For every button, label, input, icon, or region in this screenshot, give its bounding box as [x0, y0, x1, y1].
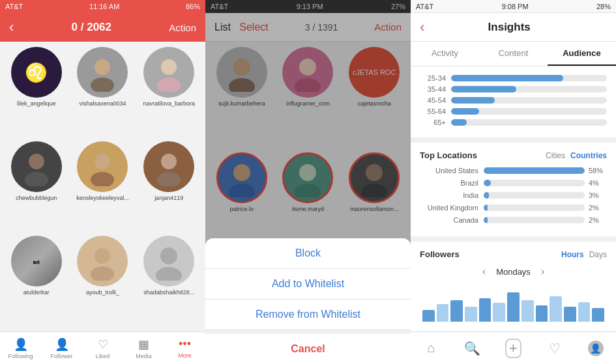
bar [479, 298, 491, 322]
age-row: 25-34 [420, 74, 607, 82]
panel-insights: AT&T 9:08 PM 28% ‹ Insights Activity Con… [411, 0, 616, 364]
avatar [77, 47, 128, 98]
list-item[interactable]: chewbubblegun [5, 141, 68, 232]
avatar-grid-1: ♌ lilek_angelique vishalsaxena0034 navra… [0, 42, 205, 331]
avatar: 📷 [11, 236, 62, 287]
bar [564, 307, 576, 322]
tab-audience[interactable]: Audience [548, 42, 616, 66]
panel1-header: ‹ 0 / 2062 Action [0, 13, 205, 42]
footer-follower[interactable]: 👤 Follower [41, 337, 82, 359]
footer-liked[interactable]: ♡ Liked [82, 337, 123, 359]
bar [578, 302, 591, 322]
tab-countries[interactable]: Countries [570, 151, 607, 160]
list-item[interactable]: shadabshaikh828... [138, 236, 200, 326]
location-bar-bg [484, 192, 585, 199]
username-label: ayoub_trolli_ [86, 289, 119, 296]
svg-point-6 [95, 154, 110, 169]
footer-home[interactable]: ⌂ [411, 341, 452, 356]
list-item[interactable]: ayoub_trolli_ [72, 236, 134, 326]
location-name: Canada [420, 216, 478, 224]
username-label: lilek_angelique [17, 100, 56, 107]
bar [437, 304, 449, 322]
footer-search[interactable]: 🔍 [452, 341, 493, 356]
leo-icon: ♌ [25, 62, 48, 83]
more-label: More [178, 352, 192, 359]
follower-icon: 👤 [55, 337, 69, 352]
liked-icon: ♡ [98, 337, 108, 352]
tab-activity[interactable]: Activity [411, 42, 479, 66]
carrier-1: AT&T [5, 3, 23, 10]
placeholder-icon [149, 242, 188, 281]
age-bar-fill [451, 75, 563, 81]
list-item[interactable]: navratilova_barbora [138, 47, 200, 137]
tab-hours[interactable]: Hours [561, 250, 584, 259]
block-button[interactable]: Block [205, 238, 411, 269]
bar [536, 305, 548, 322]
tab-content[interactable]: Content [479, 42, 548, 66]
footer-more[interactable]: ••• More [164, 337, 205, 359]
location-row: United States 58% [420, 167, 607, 175]
avatar [77, 141, 128, 192]
age-groups-section: 25-34 35-44 45-54 55-64 [411, 66, 616, 137]
svg-point-0 [95, 59, 110, 75]
svg-point-13 [156, 267, 182, 281]
tab-days[interactable]: Days [589, 250, 607, 259]
avatar [143, 141, 194, 192]
age-row: 35-44 [420, 85, 607, 93]
followers-section: Followers Hours Days ‹ Mondays › [411, 236, 616, 329]
location-row: India 3% [420, 191, 607, 199]
footer-profile[interactable]: 👤 [575, 341, 616, 356]
followers-bar-chart [420, 283, 607, 322]
tab-cities[interactable]: Cities [546, 151, 565, 160]
list-item[interactable]: kensleyokeeleyval... [72, 141, 134, 232]
insights-content: Activity Content Audience 25-34 35-44 45… [411, 42, 616, 331]
location-pct: 2% [589, 204, 607, 212]
panel1-title: 0 / 2062 [72, 21, 111, 34]
bar [422, 310, 435, 322]
username-label: shadabshaikh828... [143, 289, 194, 296]
svg-point-10 [95, 248, 110, 264]
modal-sheet: Block Add to Whitelist Remove from White… [205, 238, 411, 364]
age-bar-bg [451, 97, 607, 104]
age-row: 65+ [420, 119, 607, 126]
age-bar-fill [451, 108, 479, 115]
person-icon [17, 147, 56, 186]
insights-tabs: Activity Content Audience [411, 42, 616, 66]
day-nav: ‹ Mondays › [420, 266, 607, 277]
back-button-1[interactable]: ‹ [9, 19, 14, 36]
location-row: Canada 2% [420, 216, 607, 224]
footer-following[interactable]: 👤 Following [0, 337, 41, 359]
username-label: vishalsaxena0034 [79, 100, 126, 107]
footer-likes[interactable]: ♡ [534, 341, 575, 356]
footer-media[interactable]: ▦ Media [123, 337, 164, 359]
location-bar-fill [484, 192, 489, 199]
person-icon [83, 147, 122, 186]
remove-whitelist-button[interactable]: Remove from Whitelist [205, 300, 411, 330]
bar [450, 300, 463, 322]
location-name: United Kingdom [420, 204, 478, 212]
username-label: chewbubblegun [16, 195, 57, 201]
avatar: ♌ [11, 47, 62, 98]
svg-point-11 [91, 266, 114, 281]
list-item[interactable]: ♌ lilek_angelique [5, 47, 68, 137]
age-label: 65+ [420, 119, 446, 126]
action-button-1[interactable]: Action [169, 22, 196, 33]
followers-tabs: Hours Days [561, 250, 607, 259]
list-item[interactable]: 📷 atulderkar [5, 236, 68, 326]
svg-point-12 [160, 247, 177, 264]
back-button-3[interactable]: ‹ [420, 19, 424, 36]
list-item[interactable]: janjan4119 [138, 141, 200, 232]
list-item[interactable]: vishalsaxena0034 [72, 47, 134, 137]
modal-overlay[interactable]: Block Add to Whitelist Remove from White… [205, 0, 411, 364]
username-label: janjan4119 [154, 195, 183, 201]
add-whitelist-button[interactable]: Add to Whitelist [205, 269, 411, 300]
location-name: United States [420, 167, 478, 175]
time-3: 9:08 PM [502, 3, 529, 10]
location-bar-fill [484, 167, 585, 174]
cancel-button[interactable]: Cancel [205, 334, 411, 364]
location-pct: 58% [589, 167, 607, 175]
age-bar-bg [451, 108, 607, 115]
prev-day-button[interactable]: ‹ [482, 266, 486, 277]
next-day-button[interactable]: › [541, 266, 544, 277]
footer-add[interactable]: + [493, 339, 534, 358]
